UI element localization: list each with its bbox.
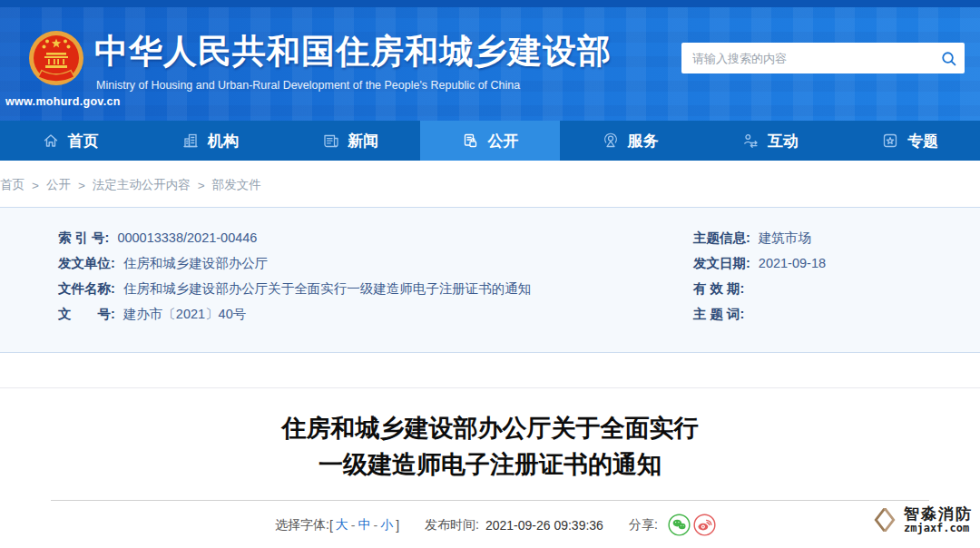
metadata-label: 发文单位: [58,257,115,270]
star-box-icon [881,132,899,150]
site-watermark: 智淼消防 zmjaxf.com [869,504,973,535]
nav-item-label: 公开 [487,131,518,152]
weibo-share-icon[interactable] [693,514,716,536]
breadcrumb-item-open[interactable]: 公开 [46,177,71,193]
publish-time-value: 2021-09-26 09:39:36 [485,518,603,533]
nav-item-open[interactable]: 公开 [420,121,560,161]
metadata-label: 文 号: [58,308,115,321]
metadata-left-column: 索 引 号: 000013338/2021-00446 发文单位: 住房和城乡建… [58,231,666,333]
breadcrumb-separator: > [32,179,39,192]
metadata-row-file-name: 文件名称: 住房和城乡建设部办公厅关于全面实行一级建造师电子注册证书的通知 [58,282,666,296]
article-title-line2: 一级建造师电子注册证书的通知 [0,446,980,483]
watermark-name: 智淼消防 [904,505,973,523]
site-header: www.mohurd.gov.cn 中华人民共和国住房和城乡建设部 Minist… [0,0,980,121]
metadata-row-index-number: 索 引 号: 000013338/2021-00446 [58,231,666,245]
home-icon [42,132,60,150]
document-lock-icon [461,132,479,150]
breadcrumb-separator: > [78,179,85,192]
breadcrumb: 首页 > 公开 > 法定主动公开内容 > 部发文件 [0,177,261,193]
newspaper-icon [321,132,339,150]
metadata-row-issuing-unit: 发文单位: 住房和城乡建设部办公厅 [58,257,666,270]
nav-item-interact[interactable]: 互动 [700,121,839,161]
metadata-row-validity: 有 效 期: [693,282,965,296]
bracket-close: ] [396,518,399,533]
service-person-icon [602,132,620,150]
share-label: 分享: [629,517,658,533]
article-title-line1: 住房和城乡建设部办公厅关于全面实行 [0,410,980,446]
metadata-label: 发文日期: [693,257,750,270]
document-metadata-panel: 索 引 号: 000013338/2021-00446 发文单位: 住房和城乡建… [0,207,980,353]
article-toolbar: 选择字体: [ 大 - 中 - 小 ] 发布时间: 2021-09-26 09:… [275,514,716,536]
nav-item-label: 互动 [768,131,799,152]
publish-time-label: 发布时间: [425,517,479,533]
site-title-chinese: 中华人民共和国住房和城乡建设部 [94,29,612,74]
metadata-label: 主 题 词: [693,308,744,321]
watermark-url: zmjaxf.com [904,523,973,534]
nav-item-label: 服务 [628,131,659,152]
metadata-row-issue-date: 发文日期: 2021-09-18 [693,257,965,270]
content-divider [0,387,980,388]
metadata-row-topic-info: 主题信息: 建筑市场 [693,231,965,245]
metadata-label: 文件名称: [58,282,115,296]
metadata-value: 建筑市场 [759,231,811,245]
metadata-value: 000013338/2021-00446 [117,231,257,245]
nav-item-service[interactable]: 服务 [560,121,700,161]
toolbar-divider [51,500,929,501]
nav-item-news[interactable]: 新闻 [280,121,420,161]
site-title-english: Ministry of Housing and Urban-Rural Deve… [96,79,520,92]
metadata-value: 住房和城乡建设部办公厅 [123,257,269,270]
nav-item-home[interactable]: 首页 [0,121,140,161]
breadcrumb-item-home[interactable]: 首页 [0,177,24,193]
metadata-row-doc-number: 文 号: 建办市〔2021〕40号 [58,308,666,321]
breadcrumb-item-statutory[interactable]: 法定主动公开内容 [93,177,191,193]
search-icon [940,50,957,67]
site-banner: www.mohurd.gov.cn 中华人民共和国住房和城乡建设部 Minist… [0,7,980,121]
nav-item-topics[interactable]: 专题 [840,121,980,161]
search-input[interactable] [681,52,932,65]
metadata-value: 2021-09-18 [759,257,826,270]
metadata-row-keywords: 主 题 词: [693,308,965,321]
font-size-separator: - [351,518,356,533]
interaction-arrows-icon [741,132,760,150]
bracket-open: [ [329,518,333,533]
nav-item-org[interactable]: 机构 [140,121,279,161]
nav-item-label: 首页 [68,131,99,152]
metadata-value: 住房和城乡建设部办公厅关于全面实行一级建造师电子注册证书的通知 [123,282,532,296]
site-url: www.mohurd.gov.cn [5,95,121,108]
metadata-right-column: 主题信息: 建筑市场 发文日期: 2021-09-18 有 效 期: 主 题 词… [693,231,965,333]
main-nav: 首页 机构 新闻 公开 服务 [0,121,980,161]
wechat-share-icon[interactable] [668,514,691,536]
watermark-logo-icon [869,504,900,535]
nav-item-label: 新闻 [348,131,378,152]
metadata-value: 建办市〔2021〕40号 [123,308,246,321]
nav-item-label: 机构 [208,131,239,152]
building-icon [181,132,200,150]
font-size-small-link[interactable]: 小 [380,517,393,533]
search-button[interactable] [932,43,965,73]
header-top-strip [0,0,980,7]
font-size-separator: - [373,518,377,533]
article-title: 住房和城乡建设部办公厅关于全面实行 一级建造师电子注册证书的通知 [0,410,980,483]
national-emblem-icon [24,27,89,93]
metadata-label: 有 效 期: [693,282,744,296]
font-size-large-link[interactable]: 大 [336,517,348,533]
metadata-label: 主题信息: [693,231,750,245]
metadata-label: 索 引 号: [58,231,109,245]
font-size-medium-link[interactable]: 中 [358,517,370,533]
font-select-label: 选择字体: [275,517,329,533]
search-box [681,43,965,73]
watermark-text: 智淼消防 zmjaxf.com [904,505,973,534]
breadcrumb-item-documents[interactable]: 部发文件 [212,177,261,193]
nav-item-label: 专题 [907,131,938,152]
breadcrumb-separator: > [198,179,205,192]
